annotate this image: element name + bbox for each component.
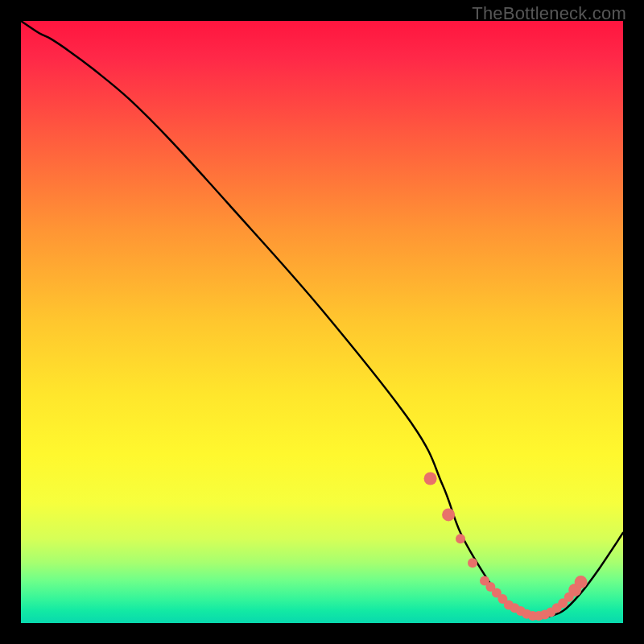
marker-dot (575, 576, 588, 588)
marker-dot (442, 508, 455, 521)
chart-container: TheBottleneck.com (0, 0, 644, 644)
marker-dot (468, 558, 477, 568)
marker-dot (424, 473, 437, 485)
marker-group (424, 473, 588, 621)
curve-line (21, 21, 623, 618)
plot-area (21, 21, 623, 623)
marker-dot (456, 534, 465, 543)
chart-svg (21, 21, 623, 623)
